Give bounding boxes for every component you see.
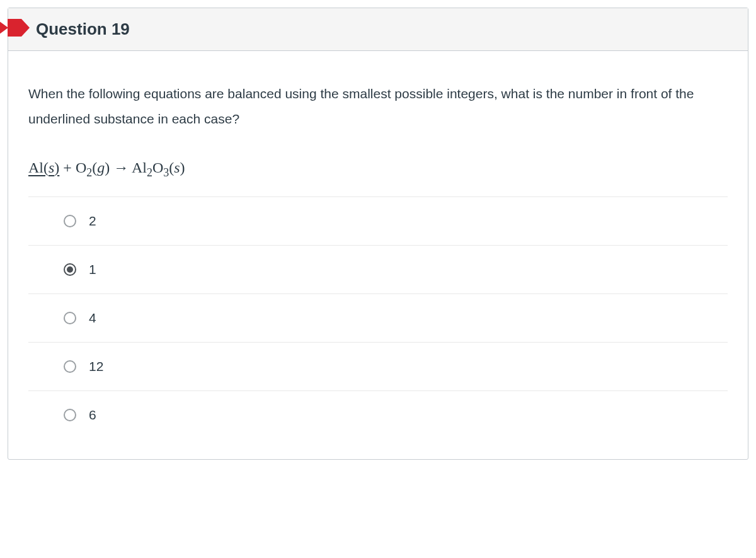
option-row[interactable]: 4 <box>28 294 728 343</box>
underlined-species: Al(s) <box>28 159 59 176</box>
option-row[interactable]: 12 <box>28 343 728 391</box>
bookmark-flag-icon[interactable] <box>8 19 21 37</box>
option-row[interactable]: 1 <box>28 246 728 294</box>
option-row[interactable]: 2 <box>28 197 728 246</box>
question-container: Question 19 When the following equations… <box>8 8 748 460</box>
radio-button[interactable] <box>64 409 76 421</box>
options-list: 2 1 4 12 6 <box>28 196 728 439</box>
option-label: 2 <box>89 214 96 229</box>
option-label: 4 <box>89 310 96 326</box>
radio-button[interactable] <box>64 312 76 324</box>
question-title: Question 19 <box>36 20 735 39</box>
question-header: Question 19 <box>8 8 748 51</box>
option-label: 12 <box>89 359 103 374</box>
radio-button[interactable] <box>64 215 76 227</box>
option-row[interactable]: 6 <box>28 391 728 439</box>
chemical-equation: Al(s) + O2(g) → Al2O3(s) <box>28 159 728 176</box>
question-prompt: When the following equations are balance… <box>28 81 728 132</box>
radio-button[interactable] <box>64 263 76 276</box>
question-body: When the following equations are balance… <box>8 51 748 459</box>
option-label: 6 <box>89 407 96 423</box>
radio-button[interactable] <box>64 360 76 373</box>
option-label: 1 <box>89 262 96 277</box>
